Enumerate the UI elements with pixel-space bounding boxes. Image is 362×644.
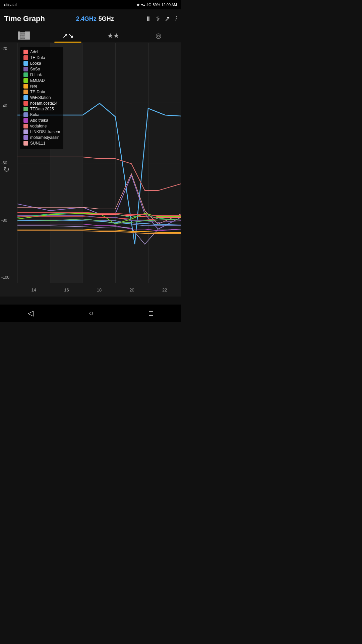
time-graph-icon: ↗↘: [62, 32, 74, 40]
x-label-18: 18: [97, 287, 102, 292]
x-label-16: 16: [64, 287, 69, 292]
legend-item-dlink: D-Link: [23, 72, 60, 77]
legend-label-sun111: SUN111: [30, 141, 45, 146]
time-label: 12:00 AM: [162, 3, 177, 7]
legend-color-abo-traika: [23, 118, 28, 123]
legend-label-dlink: D-Link: [30, 72, 42, 77]
legend-item-looka: Looka: [23, 61, 60, 66]
legend-label-soso: SoSo: [30, 67, 40, 71]
wifi-icon: ▾▴: [141, 3, 145, 7]
legend-item-hosam: hosam.costa24: [23, 101, 60, 106]
y-label-40: -40: [1, 104, 16, 108]
y-label-60: -60: [1, 161, 16, 165]
chart-container: ↻ -20 -40 -60 -80 -100: [0, 43, 181, 297]
legend-item-tedata1: TE-Data: [23, 55, 60, 60]
legend-label-vodafone: vodafone: [30, 124, 47, 128]
legend-label-emdad: EMDAD: [30, 78, 45, 83]
carrier-label: etisalat: [4, 2, 17, 7]
legend-item-adel: Adel: [23, 50, 60, 54]
legend-item-koka: Koka: [23, 112, 60, 117]
x-label-22: 22: [162, 287, 167, 292]
y-label-20: -20: [1, 46, 16, 51]
app-header: Time Graph 2.4GHz 5GHz ⏸ ⚕ ↗ i: [0, 9, 181, 28]
legend-item-emdad: EMDAD: [23, 78, 60, 83]
chart-legend: Adel TE-Data Looka SoSo D-Link EMDAD rer…: [20, 47, 63, 149]
back-button[interactable]: ◁: [28, 309, 34, 318]
status-bar: etisalat ★ ▾▴ 4G 89% 12:00 AM: [0, 0, 181, 9]
legend-color-koka: [23, 112, 28, 117]
legend-item-linkdsl: LINKDSL-kasem: [23, 129, 60, 134]
legend-color-hosam: [23, 101, 28, 106]
stethoscope-icon[interactable]: ⚕: [156, 15, 160, 23]
info-icon[interactable]: i: [175, 15, 177, 23]
status-icons: ★ ▾▴ 4G 89% 12:00 AM: [136, 3, 177, 7]
freq-5ghz[interactable]: 5GHz: [99, 15, 114, 22]
legend-color-rere: [23, 84, 28, 89]
legend-color-adel: [23, 50, 28, 54]
tab-bar: ▐▓█ ↗↘ ★★ ◎: [0, 28, 181, 43]
legend-label-wifistation: WiFiStation: [30, 95, 51, 100]
legend-item-mohamedyassin: mohamedyassin: [23, 135, 60, 140]
radar-icon: ◎: [156, 32, 161, 40]
recent-button[interactable]: □: [149, 309, 153, 318]
legend-label-adel: Adel: [30, 50, 38, 54]
legend-item-soso: SoSo: [23, 67, 60, 71]
y-axis-labels: -20 -40 -60 -80 -100: [0, 43, 17, 283]
legend-label-rere: rere: [30, 84, 37, 89]
legend-label-abo-traika: Abo traika: [30, 118, 48, 123]
legend-item-wifistation: WiFiStation: [23, 95, 60, 100]
tab-bar-chart[interactable]: ▐▓█: [0, 28, 45, 43]
legend-label-tedata2: TE-Data: [30, 90, 45, 94]
legend-color-dlink: [23, 72, 28, 77]
legend-color-wifistation: [23, 95, 28, 100]
tab-radar[interactable]: ◎: [136, 28, 181, 43]
header-actions: ⏸ ⚕ ↗ i: [145, 15, 177, 23]
legend-color-vodafone: [23, 124, 28, 128]
share-icon[interactable]: ↗: [165, 15, 170, 23]
legend-color-tedata2025: [23, 107, 28, 111]
legend-color-tedata2: [23, 90, 28, 94]
pause-button[interactable]: ⏸: [145, 15, 152, 23]
legend-color-tedata1: [23, 55, 28, 60]
rating-icon: ★★: [107, 32, 119, 40]
legend-item-tedata2025: TEData 2025: [23, 107, 60, 111]
legend-label-mohamedyassin: mohamedyassin: [30, 135, 59, 140]
legend-label-looka: Looka: [30, 61, 41, 66]
legend-color-sun111: [23, 141, 28, 146]
bluetooth-icon: ★: [136, 3, 140, 7]
bottom-nav: ◁ ○ □: [0, 305, 181, 322]
legend-item-sun111: SUN111: [23, 141, 60, 146]
signal-icon: 4G: [146, 3, 152, 7]
x-axis-labels: 14 16 18 20 22: [17, 283, 181, 297]
legend-item-tedata2: TE-Data: [23, 90, 60, 94]
tab-rating[interactable]: ★★: [90, 28, 136, 43]
y-label-100: -100: [1, 275, 16, 280]
legend-color-linkdsl: [23, 129, 28, 134]
legend-item-abo-traika: Abo traika: [23, 118, 60, 123]
legend-label-tedata2025: TEData 2025: [30, 107, 54, 111]
legend-color-soso: [23, 67, 28, 71]
home-button[interactable]: ○: [89, 309, 93, 318]
x-label-14: 14: [32, 287, 36, 292]
legend-label-koka: Koka: [30, 112, 39, 117]
legend-label-tedata1: TE-Data: [30, 55, 45, 60]
bar-chart-icon: ▐▓█: [15, 32, 30, 39]
tab-time-graph[interactable]: ↗↘: [45, 28, 90, 43]
page-title: Time Graph: [4, 14, 45, 23]
legend-color-mohamedyassin: [23, 135, 28, 140]
x-label-20: 20: [129, 287, 134, 292]
legend-label-hosam: hosam.costa24: [30, 101, 57, 106]
frequency-selector: 2.4GHz 5GHz: [48, 15, 142, 22]
legend-color-emdad: [23, 78, 28, 83]
y-label-80: -80: [1, 218, 16, 223]
battery-label: 89%: [153, 3, 160, 7]
legend-item-rere: rere: [23, 84, 60, 89]
freq-24ghz[interactable]: 2.4GHz: [76, 15, 97, 22]
legend-item-vodafone: vodafone: [23, 124, 60, 128]
legend-color-looka: [23, 61, 28, 66]
legend-label-linkdsl: LINKDSL-kasem: [30, 129, 60, 134]
